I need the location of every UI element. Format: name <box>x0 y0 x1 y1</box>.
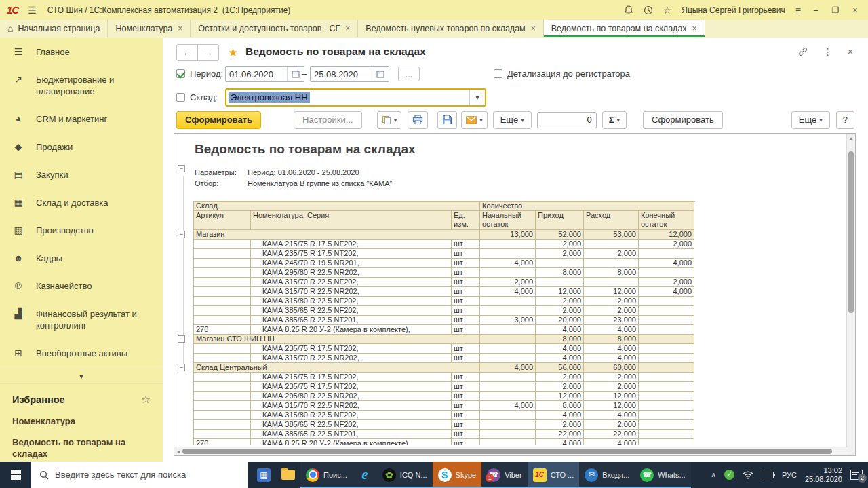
table-cell[interactable]: 2,000 <box>584 373 639 382</box>
table-cell[interactable]: шт <box>452 411 480 420</box>
scroll-up-icon[interactable]: ▴ <box>847 134 855 143</box>
period-from-input[interactable] <box>226 67 287 81</box>
table-cell[interactable]: шт <box>452 240 480 249</box>
table-cell[interactable] <box>639 401 694 411</box>
params-value[interactable]: Период: 01.06.2020 - 25.08.2020 <box>248 168 393 176</box>
minimize-button[interactable]: – <box>811 5 821 15</box>
horizontal-scrollbar[interactable]: ◂ <box>174 447 848 455</box>
table-cell[interactable] <box>194 306 251 316</box>
group-total-cell[interactable]: 12,000 <box>639 230 694 240</box>
table-cell[interactable] <box>194 373 251 382</box>
quick-sum-field[interactable] <box>537 112 597 128</box>
table-cell[interactable]: 8,000 <box>536 401 584 411</box>
table-cell[interactable] <box>639 354 694 363</box>
group-total-cell[interactable]: 60,000 <box>584 363 639 373</box>
table-cell[interactable]: 4,000 <box>639 287 694 297</box>
table-cell[interactable]: 4,000 <box>536 439 584 445</box>
table-cell[interactable]: КАМА 245/70 R 19.5 NR201, <box>251 259 452 268</box>
table-cell[interactable] <box>194 287 251 297</box>
chevron-down-icon[interactable]: ▾ <box>469 90 485 105</box>
table-cell[interactable]: 8,000 <box>584 268 639 278</box>
service-menu-icon[interactable]: ≡ <box>795 5 801 15</box>
table-cell[interactable]: КАМА 295/80 R 22.5 NR202, <box>251 268 452 278</box>
table-cell[interactable] <box>480 249 536 259</box>
table-cell[interactable] <box>639 249 694 259</box>
sidebar-item-assets[interactable]: ⊞Внеоборотные активы <box>0 339 163 367</box>
table-cell[interactable] <box>536 278 584 287</box>
tab-close-icon[interactable]: × <box>178 24 182 33</box>
table-cell[interactable] <box>584 240 639 249</box>
taskbar-app-1c[interactable]: 1ССТО ... <box>528 462 580 488</box>
table-cell[interactable]: шт <box>452 392 480 401</box>
table-cell[interactable] <box>480 439 536 445</box>
table-cell[interactable]: 2,000 <box>584 382 639 392</box>
group-total-cell[interactable]: 52,000 <box>536 230 584 240</box>
group-total-cell[interactable]: 53,000 <box>584 230 639 240</box>
sidebar-item-production[interactable]: ▨Производство <box>0 217 163 244</box>
table-cell[interactable]: 22,000 <box>536 430 584 439</box>
tab-close-icon[interactable]: × <box>692 24 697 33</box>
table-cell[interactable]: 12,000 <box>584 401 639 411</box>
table-cell[interactable]: шт <box>452 420 480 430</box>
table-cell[interactable] <box>480 392 536 401</box>
send-email-button[interactable]: ▾ <box>461 111 488 129</box>
table-cell[interactable]: шт <box>452 316 480 325</box>
table-cell[interactable]: КАМА 235/75 R 17.5 NT202, <box>251 249 452 259</box>
tab-Ведомость нулевых товаров по складам[interactable]: Ведомость нулевых товаров по складам× <box>358 20 543 37</box>
table-cell[interactable]: 2,000 <box>584 306 639 316</box>
table-cell[interactable]: шт <box>452 259 480 268</box>
collapse-group-button[interactable]: − <box>178 231 185 238</box>
table-cell[interactable] <box>194 268 251 278</box>
tab-Номенклатура[interactable]: Номенклатура× <box>108 20 191 37</box>
warehouse-combo[interactable]: Электровозная НН ▾ <box>225 88 486 107</box>
period-checkbox[interactable] <box>176 69 185 78</box>
collapse-group-button[interactable]: − <box>178 335 185 343</box>
taskbar-app-whatsapp[interactable]: ☎Whats... <box>635 462 690 488</box>
table-cell[interactable]: 2,000 <box>536 373 584 382</box>
table-cell[interactable] <box>194 278 251 287</box>
sidebar-item-hr[interactable]: ☻Кадры <box>0 244 163 272</box>
table-cell[interactable]: шт <box>452 382 480 392</box>
table-cell[interactable]: 4,000 <box>639 259 694 268</box>
taskbar-app-explorer[interactable] <box>276 462 300 488</box>
table-cell[interactable]: КАМА 315/70 R 22.5 NR202, <box>251 354 452 363</box>
column-header[interactable]: Номенклатура, Серия <box>251 211 452 230</box>
table-cell[interactable]: 12,000 <box>584 287 639 297</box>
generate-button[interactable]: Сформировать <box>176 111 261 129</box>
document-title[interactable]: Ведомость по товарам на складах <box>195 142 416 157</box>
battery-icon[interactable] <box>762 472 774 478</box>
table-cell[interactable] <box>480 306 536 316</box>
table-cell[interactable]: 4,000 <box>536 411 584 420</box>
table-cell[interactable]: 8,000 <box>536 268 584 278</box>
table-cell[interactable]: КАМА 235/75 R 17.5 NT202, <box>251 382 452 392</box>
group-name-cell[interactable]: Магазин СТО ШИН НН <box>194 335 480 344</box>
table-cell[interactable] <box>584 278 639 287</box>
group-total-cell[interactable]: 4,000 <box>480 363 536 373</box>
taskbar-app-mail[interactable]: ✉Входя... <box>579 462 635 488</box>
taskbar-app-skype[interactable]: SSkype <box>433 462 482 488</box>
antivirus-icon[interactable]: ✓ <box>724 470 734 480</box>
table-cell[interactable]: 22,000 <box>584 430 639 439</box>
table-cell[interactable] <box>480 382 536 392</box>
tab-Начальная страница[interactable]: ⌂Начальная страница <box>0 20 108 37</box>
table-cell[interactable] <box>194 382 251 392</box>
tab-Ведомость по товарам на складах[interactable]: Ведомость по товарам на складах× <box>544 20 705 37</box>
current-user[interactable]: Яцына Сергей Григорьевич <box>682 5 785 15</box>
table-cell[interactable]: КАМА 315/70 R 22.5 NF202, <box>251 278 452 287</box>
horizontal-scroll-thumb[interactable] <box>182 449 832 454</box>
taskbar-app-ie[interactable]: e <box>353 462 377 488</box>
generate-button-secondary[interactable]: Сформировать <box>643 111 723 129</box>
table-cell[interactable]: шт <box>452 306 480 316</box>
table-cell[interactable] <box>639 316 694 325</box>
table-cell[interactable]: КАМА 315/70 R 22.5 NR202, <box>251 401 452 411</box>
table-cell[interactable]: шт <box>452 325 480 335</box>
table-cell[interactable]: 2,000 <box>639 240 694 249</box>
column-header[interactable]: Приход <box>536 211 584 230</box>
back-button[interactable]: ← <box>176 44 198 61</box>
table-cell[interactable]: шт <box>452 249 480 259</box>
get-link-icon[interactable] <box>797 46 808 57</box>
table-cell[interactable] <box>584 259 639 268</box>
table-cell[interactable]: КАМА 385/65 R 22.5 NT201, <box>251 430 452 439</box>
table-cell[interactable]: КАМА 385/65 R 22.5 NF202, <box>251 420 452 430</box>
table-cell[interactable]: шт <box>452 297 480 306</box>
